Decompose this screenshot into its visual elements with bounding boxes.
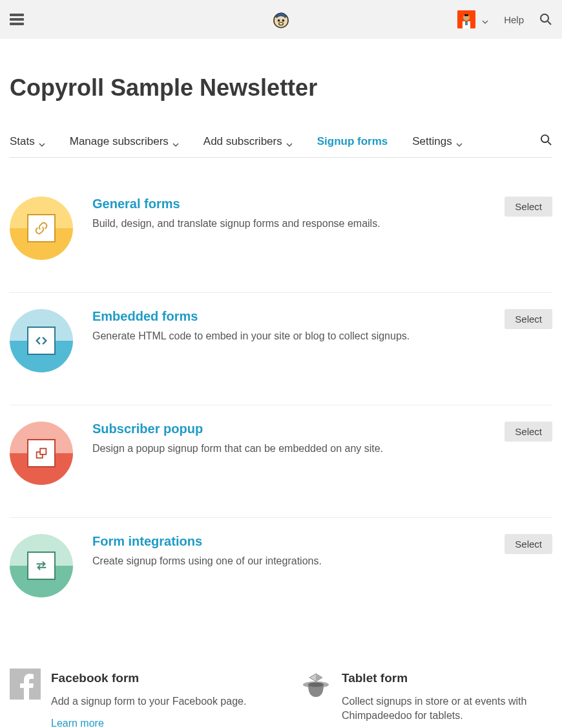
svg-rect-6	[464, 14, 468, 16]
help-link[interactable]: Help	[504, 14, 524, 25]
form-description: Build, design, and translate signup form…	[92, 218, 485, 230]
svg-line-12	[548, 142, 551, 145]
tab-label: Stats	[10, 135, 35, 148]
form-title-link[interactable]: Embedded forms	[92, 309, 198, 324]
select-button[interactable]: Select	[505, 197, 552, 217]
page-title: Copyroll Sample Newsletter	[10, 74, 552, 102]
learn-more-link[interactable]: Learn more	[51, 718, 104, 728]
tab-signup-forms[interactable]: Signup forms	[317, 135, 388, 148]
user-avatar-icon	[457, 10, 475, 28]
svg-point-17	[308, 683, 324, 687]
extra-tablet: Tablet form Collect signups in store or …	[300, 669, 552, 728]
svg-point-3	[279, 23, 284, 25]
search-icon[interactable]	[539, 13, 552, 26]
form-option-general: General forms Build, design, and transla…	[10, 197, 552, 293]
form-description: Design a popup signup form that can be e…	[92, 443, 485, 455]
svg-rect-14	[40, 449, 46, 455]
tab-label: Settings	[412, 135, 452, 148]
form-description: Generate HTML code to embed in your site…	[92, 330, 485, 342]
magic-hat-icon	[300, 669, 331, 700]
tab-stats[interactable]: Stats	[10, 135, 45, 148]
tab-label: Manage subscribers	[70, 135, 169, 148]
svg-point-1	[278, 19, 280, 22]
extra-facebook: Facebook form Add a signup form to your …	[10, 669, 262, 728]
form-option-integrations: Form integrations Create signup forms us…	[10, 518, 552, 630]
top-bar: Help	[0, 0, 562, 39]
form-option-embedded: Embedded forms Generate HTML code to emb…	[10, 293, 552, 405]
arrows-icon	[10, 534, 73, 597]
popup-icon	[10, 422, 73, 485]
link-icon	[10, 197, 73, 260]
svg-point-11	[541, 135, 548, 142]
code-icon	[10, 309, 73, 372]
select-button[interactable]: Select	[505, 534, 552, 554]
chevron-down-icon	[456, 138, 463, 145]
chevron-down-icon	[172, 138, 179, 145]
chevron-down-icon	[39, 138, 45, 145]
list-tabs: Stats Manage subscribers Add subscribers…	[10, 134, 552, 158]
extra-description: Collect signups in store or at events wi…	[342, 694, 552, 723]
select-button[interactable]: Select	[505, 309, 552, 329]
tab-label: Signup forms	[317, 135, 388, 148]
select-button[interactable]: Select	[505, 422, 552, 442]
svg-point-2	[282, 19, 285, 22]
form-title-link[interactable]: Subscriber popup	[92, 422, 203, 436]
form-option-popup: Subscriber popup Design a popup signup f…	[10, 405, 552, 518]
extra-title: Facebook form	[51, 671, 246, 685]
form-title-link[interactable]: General forms	[92, 197, 180, 211]
svg-rect-8	[465, 21, 468, 25]
extra-description: Add a signup form to your Facebook page.	[51, 694, 246, 709]
facebook-icon	[10, 669, 41, 700]
form-description: Create signup forms using one of our int…	[92, 555, 485, 567]
svg-line-10	[548, 21, 551, 25]
svg-point-9	[541, 14, 548, 22]
tab-add-subscribers[interactable]: Add subscribers	[203, 135, 293, 148]
list-search-icon[interactable]	[540, 134, 552, 149]
tab-manage-subscribers[interactable]: Manage subscribers	[70, 135, 179, 148]
chevron-down-icon	[482, 16, 488, 23]
account-menu[interactable]	[457, 10, 488, 28]
form-title-link[interactable]: Form integrations	[92, 534, 202, 549]
tab-settings[interactable]: Settings	[412, 135, 462, 148]
chevron-down-icon	[286, 138, 293, 145]
extra-title: Tablet form	[342, 671, 552, 685]
tab-label: Add subscribers	[203, 135, 282, 148]
hamburger-menu-icon[interactable]	[10, 14, 24, 25]
mailchimp-logo-icon[interactable]	[270, 8, 292, 30]
